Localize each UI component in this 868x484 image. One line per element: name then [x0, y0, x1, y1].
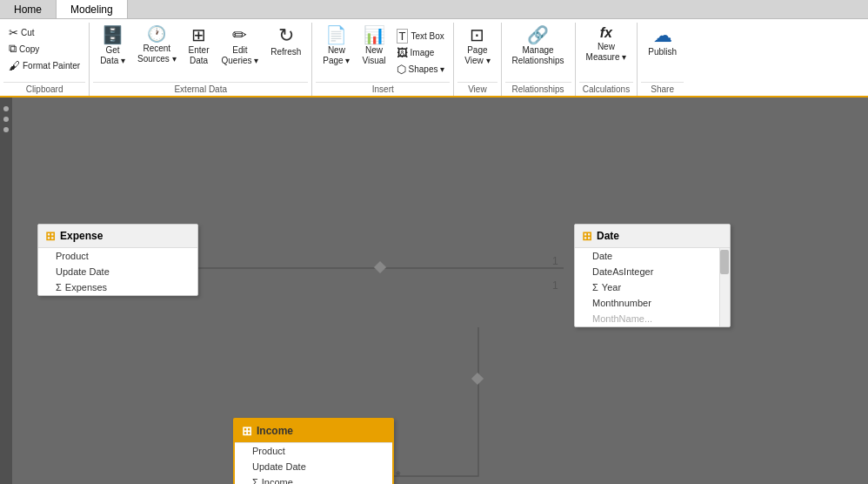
shapes-button[interactable]: ⬡ Shapes ▾ [393, 61, 449, 77]
new-visual-button[interactable]: 📊 NewVisual [357, 24, 391, 77]
new-page-button[interactable]: 📄 NewPage ▾ [317, 24, 355, 77]
calculations-label: Calculations [579, 82, 634, 96]
new-measure-button[interactable]: fx NewMeasure ▾ [581, 24, 632, 77]
sigma-icon-expenses: Σ [56, 282, 62, 292]
get-data-icon: 🗄️ [102, 26, 124, 44]
date-row-monthname[interactable]: MonthName... [575, 311, 730, 326]
text-box-button[interactable]: T Text Box [393, 28, 449, 44]
tab-modeling[interactable]: Modeling [57, 0, 128, 18]
date-scrollbar-thumb[interactable] [720, 250, 729, 274]
cut-button[interactable]: ✂ Cut [5, 24, 83, 40]
ribbon: ✂ Cut ⧉ Copy 🖌 Format Painter Clipboard … [0, 19, 868, 97]
expense-row-update-date[interactable]: Update Date [38, 264, 197, 279]
shapes-icon: ⬡ [397, 63, 406, 76]
svg-text:*: * [396, 468, 401, 482]
publish-icon: ☁ [653, 26, 672, 45]
income-title: Income [257, 425, 293, 437]
insert-label: Insert [316, 82, 450, 96]
enter-data-icon: ⊞ [191, 26, 206, 44]
date-table[interactable]: ⊞ Date Date DateAsInteger Σ Year Monthnu… [574, 224, 731, 327]
manage-relationships-button[interactable]: 🔗 ManageRelationships [507, 24, 570, 77]
ribbon-group-calculations: fx NewMeasure ▾ Calculations [576, 23, 638, 96]
date-header: ⊞ Date [575, 225, 730, 248]
recent-sources-button[interactable]: 🕐 RecentSources ▾ [132, 24, 181, 77]
sigma-icon-income: Σ [252, 477, 258, 484]
date-row-year[interactable]: Σ Year [575, 279, 730, 295]
clipboard-label: Clipboard [3, 82, 85, 96]
date-row-dateasinteger[interactable]: DateAsInteger [575, 264, 730, 279]
left-sidebar [0, 97, 12, 484]
new-measure-icon: fx [600, 26, 612, 40]
image-button[interactable]: 🖼 Image [393, 44, 449, 60]
svg-text:1: 1 [552, 255, 558, 267]
ribbon-group-relationships: 🔗 ManageRelationships Relationships [502, 23, 576, 96]
refresh-icon: ↻ [278, 26, 294, 45]
external-data-label: External Data [93, 82, 308, 96]
expense-title: Expense [60, 230, 103, 242]
expense-row-product[interactable]: Product [38, 248, 197, 264]
image-icon: 🖼 [397, 46, 408, 59]
date-scrollbar[interactable] [719, 248, 730, 326]
canvas: * 1 1 * ⊞ Expense Product Update Date Σ … [0, 97, 868, 484]
expense-row-expenses[interactable]: Σ Expenses [38, 279, 197, 295]
tab-home[interactable]: Home [0, 0, 57, 18]
tab-bar: Home Modeling [0, 0, 868, 19]
copy-button[interactable]: ⧉ Copy [5, 41, 83, 57]
ribbon-group-insert: 📄 NewPage ▾ 📊 NewVisual T Text Box 🖼 Ima… [312, 23, 454, 96]
expense-table-icon: ⊞ [45, 229, 56, 243]
sidebar-dot-2 [3, 117, 9, 122]
get-data-button[interactable]: 🗄️ GetData ▾ [95, 24, 130, 77]
ribbon-group-clipboard: ✂ Cut ⧉ Copy 🖌 Format Painter Clipboard [0, 23, 90, 96]
new-visual-icon: 📊 [364, 26, 385, 44]
format-painter-button[interactable]: 🖌 Format Painter [5, 57, 83, 73]
date-title: Date [597, 230, 619, 242]
share-label: Share [641, 82, 684, 96]
page-view-button[interactable]: ⊡ PageView ▾ [459, 24, 495, 77]
expense-header: ⊞ Expense [38, 225, 197, 248]
refresh-button[interactable]: ↻ Refresh [265, 24, 306, 77]
publish-button[interactable]: ☁ Publish [643, 24, 682, 77]
expense-table[interactable]: ⊞ Expense Product Update Date Σ Expenses [37, 224, 198, 296]
ribbon-group-external-data: 🗄️ GetData ▾ 🕐 RecentSources ▾ ⊞ EnterDa… [90, 23, 312, 96]
edit-queries-icon: ✏ [232, 26, 247, 44]
manage-relationships-icon: 🔗 [527, 26, 549, 44]
svg-rect-5 [471, 373, 484, 385]
edit-queries-button[interactable]: ✏ EditQueries ▾ [217, 24, 264, 77]
income-row-income[interactable]: Σ Income [235, 474, 392, 484]
svg-text:1: 1 [552, 279, 558, 292]
new-page-icon: 📄 [325, 26, 347, 44]
ribbon-group-view: ⊡ PageView ▾ View [454, 23, 501, 96]
date-row-date[interactable]: Date [575, 248, 730, 264]
income-table-icon: ⊞ [242, 424, 252, 438]
format-painter-icon: 🖌 [9, 59, 20, 72]
text-box-icon: T [397, 29, 409, 44]
relationships-label: Relationships [505, 82, 571, 96]
cut-icon: ✂ [9, 26, 18, 39]
date-table-icon: ⊞ [582, 229, 592, 243]
income-table[interactable]: ⊞ Income Product Update Date Σ Income [233, 418, 394, 484]
copy-icon: ⧉ [9, 42, 17, 56]
income-row-product[interactable]: Product [235, 443, 392, 459]
page-view-icon: ⊡ [470, 26, 484, 44]
sidebar-dot-1 [3, 106, 9, 111]
income-row-update-date[interactable]: Update Date [235, 459, 392, 474]
income-header: ⊞ Income [235, 420, 392, 443]
view-label: View [457, 82, 497, 96]
date-row-monthnumber[interactable]: Monthnumber [575, 295, 730, 311]
recent-sources-icon: 🕐 [147, 26, 166, 42]
ribbon-group-share: ☁ Publish Share [638, 23, 687, 96]
enter-data-button[interactable]: ⊞ EnterData [184, 24, 215, 77]
sigma-icon-year: Σ [592, 282, 598, 292]
svg-rect-1 [374, 261, 386, 273]
sidebar-dot-3 [3, 127, 9, 132]
